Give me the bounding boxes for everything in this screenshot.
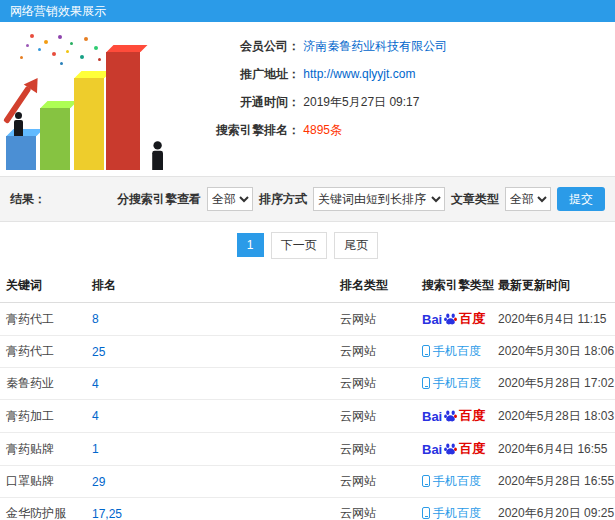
baidu-paw-icon [444,313,457,326]
cell-engine: Bai百度 [416,400,492,433]
rank-link[interactable]: 29 [92,475,105,489]
mobile-baidu-label: 手机百度 [422,474,481,488]
header-rank: 排名 [86,269,334,303]
field-open-time: 开通时间： 2019年5月27日 09:17 [178,94,615,111]
chart-bar-yellow [74,78,104,170]
table-body: 膏药代工 8 云网站 Bai百度 2020年6月4日 11:15 膏药代工 25… [0,303,615,520]
cell-rank-type: 云网站 [334,466,416,498]
page-title: 网络营销效果展示 [10,4,106,18]
table-row: 膏药贴牌 1 云网站 Bai百度 2020年6月4日 16:55 [0,433,615,466]
field-engine-rank-label: 搜索引擎排名： [178,122,300,139]
page-current[interactable]: 1 [237,233,264,257]
table-row: 膏药代工 25 云网站 手机百度 2020年5月30日 18:06 [0,336,615,368]
header-update-time: 最新更新时间 [492,269,615,303]
person-figure-right [151,141,163,170]
table-row: 金华防护服 17,25 云网站 手机百度 2020年6月20日 09:25 [0,498,615,520]
chart-bar-blue [6,136,36,170]
engine-rank-count-value: 4895条 [303,123,342,137]
sort-label: 排序方式 [259,191,307,208]
cell-keyword: 口罩贴牌 [0,466,86,498]
rank-link[interactable]: 8 [92,312,99,326]
article-type-select[interactable]: 全部 [505,187,551,211]
field-engine-rank-count: 搜索引擎排名： 4895条 [178,122,615,139]
cell-rank-type: 云网站 [334,433,416,466]
chart-bar-red [106,52,140,170]
cell-engine: Bai百度 [416,433,492,466]
page-next[interactable]: 下一页 [271,232,327,259]
info-section: 会员公司： 济南秦鲁药业科技有限公司 推广地址： http://www.qlyy… [0,22,615,176]
table-row: 口罩贴牌 29 云网站 手机百度 2020年5月28日 16:55 [0,466,615,498]
cell-time: 2020年5月30日 18:06 [492,336,615,368]
field-promo-url-label: 推广地址： [178,66,300,83]
cell-rank: 29 [86,466,334,498]
rank-link[interactable]: 25 [92,345,105,359]
phone-icon [422,475,430,487]
cell-keyword: 金华防护服 [0,498,86,520]
cell-time: 2020年5月28日 18:03 [492,400,615,433]
phone-icon [422,345,430,357]
baidu-logo: Bai百度 [422,310,485,328]
company-link[interactable]: 济南秦鲁药业科技有限公司 [303,39,447,53]
cell-rank: 8 [86,303,334,336]
cell-rank: 4 [86,368,334,400]
results-table: 关键词 排名 排名类型 搜索引擎类型 最新更新时间 膏药代工 8 云网站 Bai… [0,269,615,520]
promo-url-link[interactable]: http://www.qlyyjt.com [303,67,415,81]
rank-link[interactable]: 17,25 [92,507,122,520]
field-open-time-label: 开通时间： [178,94,300,111]
cell-keyword: 膏药贴牌 [0,433,86,466]
company-info-fields: 会员公司： 济南秦鲁药业科技有限公司 推广地址： http://www.qlyy… [178,30,615,170]
cell-time: 2020年6月4日 16:55 [492,433,615,466]
filter-bar: 结果： 分搜索引擎查看 全部 排序方式 关键词由短到长排序 文章类型 全部 提交 [0,176,615,222]
cell-time: 2020年5月28日 16:55 [492,466,615,498]
person-figure-left [13,112,23,136]
cell-engine: 手机百度 [416,368,492,400]
cell-rank: 17,25 [86,498,334,520]
field-promo-url: 推广地址： http://www.qlyyjt.com [178,66,615,83]
cell-keyword: 膏药代工 [0,303,86,336]
mobile-baidu-label: 手机百度 [422,376,481,390]
field-company-label: 会员公司： [178,38,300,55]
baidu-paw-icon [444,410,457,423]
page-last[interactable]: 尾页 [334,232,378,259]
rank-link[interactable]: 4 [92,377,99,391]
marketing-illustration [0,30,178,170]
table-row: 膏药加工 4 云网站 Bai百度 2020年5月28日 18:03 [0,400,615,433]
cell-rank-type: 云网站 [334,303,416,336]
sort-select[interactable]: 关键词由短到长排序 [313,187,445,211]
result-label: 结果： [10,191,46,208]
cell-rank: 25 [86,336,334,368]
cell-engine: 手机百度 [416,336,492,368]
table-header-row: 关键词 排名 排名类型 搜索引擎类型 最新更新时间 [0,269,615,303]
cell-rank: 4 [86,400,334,433]
phone-icon [422,377,430,389]
cell-time: 2020年5月28日 17:02 [492,368,615,400]
page-title-bar: 网络营销效果展示 [0,0,615,22]
table-row: 膏药代工 8 云网站 Bai百度 2020年6月4日 11:15 [0,303,615,336]
engine-filter-select[interactable]: 全部 [207,187,253,211]
header-engine-type: 搜索引擎类型 [416,269,492,303]
submit-button[interactable]: 提交 [557,187,605,211]
filter-controls: 分搜索引擎查看 全部 排序方式 关键词由短到长排序 文章类型 全部 提交 [117,187,605,211]
rank-link[interactable]: 4 [92,409,99,423]
phone-icon [422,507,430,519]
article-type-label: 文章类型 [451,191,499,208]
table-row: 秦鲁药业 4 云网站 手机百度 2020年5月28日 17:02 [0,368,615,400]
cell-engine: Bai百度 [416,303,492,336]
engine-filter-label: 分搜索引擎查看 [117,191,201,208]
cell-rank-type: 云网站 [334,368,416,400]
cell-rank-type: 云网站 [334,336,416,368]
cell-rank: 1 [86,433,334,466]
open-time-value: 2019年5月27日 09:17 [303,95,419,109]
field-company: 会员公司： 济南秦鲁药业科技有限公司 [178,38,615,55]
cell-rank-type: 云网站 [334,400,416,433]
mobile-baidu-label: 手机百度 [422,506,481,520]
cell-keyword: 秦鲁药业 [0,368,86,400]
rank-link[interactable]: 1 [92,442,99,456]
cell-time: 2020年6月4日 11:15 [492,303,615,336]
chart-bar-green [40,108,70,170]
cell-time: 2020年6月20日 09:25 [492,498,615,520]
mobile-baidu-label: 手机百度 [422,344,481,358]
baidu-logo: Bai百度 [422,407,485,425]
baidu-logo: Bai百度 [422,440,485,458]
cell-keyword: 膏药代工 [0,336,86,368]
